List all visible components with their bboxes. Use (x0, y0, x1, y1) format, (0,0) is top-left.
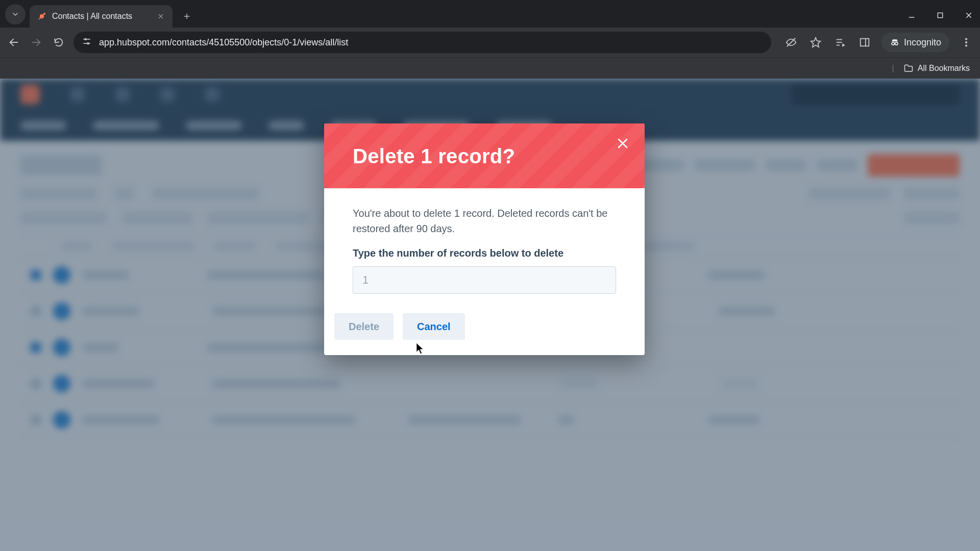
hubspot-favicon (37, 11, 47, 21)
browser-tabstrip: Contacts | All contacts (0, 0, 980, 28)
bookmark-star-button[interactable] (808, 35, 823, 50)
svg-point-27 (895, 42, 898, 45)
cancel-button[interactable]: Cancel (403, 313, 465, 340)
url-text: app.hubspot.com/contacts/45105500/object… (99, 37, 348, 48)
window-minimize-button[interactable] (904, 8, 919, 22)
dialog-close-button[interactable] (614, 135, 631, 152)
browser-toolbar: app.hubspot.com/contacts/45105500/object… (0, 28, 980, 57)
nav-back-button[interactable] (6, 35, 21, 50)
svg-point-29 (965, 41, 967, 43)
svg-point-17 (87, 42, 89, 44)
all-bookmarks-button[interactable]: All Bookmarks (903, 63, 970, 73)
incognito-icon (890, 37, 900, 47)
star-icon (810, 37, 821, 48)
nav-forward-button[interactable] (29, 35, 44, 50)
svg-point-16 (85, 38, 87, 40)
all-bookmarks-label: All Bookmarks (918, 64, 970, 73)
dialog-footer: Delete Cancel (324, 309, 645, 355)
svg-point-26 (892, 42, 894, 45)
site-settings-button[interactable] (82, 36, 92, 49)
maximize-icon (936, 11, 944, 19)
arrow-right-icon (31, 37, 42, 48)
chrome-menu-button[interactable] (959, 35, 974, 50)
close-icon (965, 11, 973, 19)
eye-off-button[interactable] (783, 35, 799, 50)
folder-icon (903, 63, 914, 73)
delete-record-dialog: Delete 1 record? You're about to delete … (324, 123, 645, 355)
window-close-button[interactable] (962, 8, 976, 22)
dialog-body: You're about to delete 1 record. Deleted… (324, 188, 645, 309)
playlist-icon (835, 37, 846, 48)
incognito-chip[interactable]: Incognito (881, 33, 949, 52)
toolbar-right: Incognito (783, 33, 974, 52)
bookmarks-separator: | (892, 64, 894, 73)
eye-off-icon (786, 37, 797, 48)
svg-marker-23 (843, 44, 845, 47)
arrow-left-icon (8, 37, 19, 48)
chevron-down-icon (11, 10, 19, 18)
dialog-description: You're about to delete 1 record. Deleted… (353, 206, 616, 236)
page-viewport: Delete 1 record? You're about to delete … (0, 79, 980, 551)
new-tab-button[interactable] (179, 8, 195, 24)
bookmarks-bar: | All Bookmarks (0, 57, 980, 79)
kebab-icon (961, 37, 972, 48)
nav-reload-button[interactable] (51, 35, 66, 50)
reload-icon (53, 37, 64, 48)
confirm-count-input[interactable] (353, 266, 616, 294)
svg-point-28 (965, 38, 967, 40)
svg-point-30 (965, 45, 967, 46)
tab-title: Contacts | All contacts (52, 12, 132, 21)
close-icon (616, 137, 629, 150)
incognito-label: Incognito (904, 37, 941, 48)
panel-icon (859, 37, 870, 48)
tab-close-button[interactable] (156, 12, 165, 21)
dialog-title: Delete 1 record? (353, 145, 616, 168)
window-controls (904, 8, 976, 22)
tune-icon (82, 36, 92, 46)
svg-marker-19 (811, 38, 820, 47)
reading-list-button[interactable] (832, 35, 848, 50)
side-panel-button[interactable] (857, 35, 872, 50)
svg-rect-9 (938, 13, 942, 17)
window-maximize-button[interactable] (933, 8, 947, 22)
browser-tab-active[interactable]: Contacts | All contacts (30, 5, 173, 28)
address-bar[interactable]: app.hubspot.com/contacts/45105500/object… (74, 32, 771, 53)
svg-rect-24 (861, 39, 869, 46)
plus-icon (183, 12, 191, 20)
tab-search-button[interactable] (5, 4, 26, 24)
close-icon (157, 13, 164, 20)
dialog-header: Delete 1 record? (324, 123, 645, 188)
delete-button[interactable]: Delete (334, 313, 394, 340)
minimize-icon (908, 11, 916, 19)
confirm-count-label: Type the number of records below to dele… (353, 247, 616, 259)
